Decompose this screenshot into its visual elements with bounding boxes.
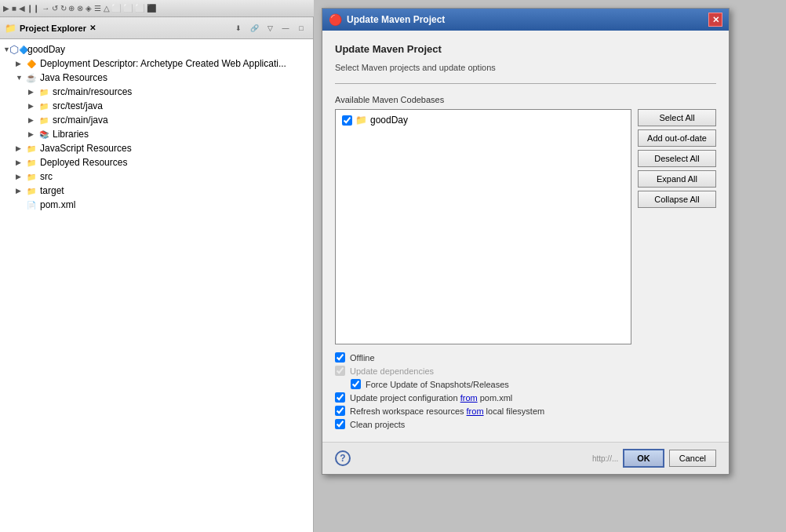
update-maven-dialog: 🔴 Update Maven Project ✕ Update Maven Pr… [322, 8, 730, 475]
option-update-deps: Update dependencies [335, 366, 716, 376]
refresh-workspace-label: Refresh workspace resources from local f… [350, 406, 544, 416]
maximize-btn[interactable]: □ [294, 21, 308, 35]
tree-item-libraries[interactable]: ▶ 📚 Libraries [3, 127, 310, 141]
option-clean-projects: Clean projects [335, 419, 716, 429]
src-main-java-arrow: ▶ [28, 116, 38, 124]
select-all-button[interactable]: Select All [638, 109, 716, 126]
src-arrow: ▶ [16, 173, 25, 180]
dialog-close-button[interactable]: ✕ [708, 13, 722, 27]
root-project-icon: 🔷 [13, 43, 25, 56]
js-resources-label: JavaScript Resources [40, 143, 132, 154]
src-main-res-label: src/main/resources [53, 86, 132, 97]
project-explorer-label: Project Explorer [20, 24, 86, 33]
clean-projects-label: Clean projects [350, 420, 405, 429]
tree-item-deployment[interactable]: ▶ 🔶 Deployment Descriptor: Archetype Cre… [3, 56, 310, 71]
project-tree: ▼ 🔷 goodDay ▶ 🔶 Deployment Descriptor: A… [0, 39, 313, 532]
offline-checkbox[interactable] [335, 352, 345, 363]
dialog-heading: Update Maven Project [335, 43, 716, 55]
explorer-title-area: 📁 Project Explorer ✕ [5, 23, 96, 34]
dialog-titlebar: 🔴 Update Maven Project ✕ [322, 9, 729, 31]
tree-item-pom[interactable]: ▶ 📄 pom.xml [3, 198, 310, 212]
src-main-res-arrow: ▶ [28, 88, 38, 96]
tree-item-src-test-java[interactable]: ▶ 📁 src/test/java [3, 99, 310, 113]
dialog-title-left: 🔴 Update Maven Project [329, 13, 445, 26]
minimize-btn[interactable]: — [278, 21, 293, 35]
codebase-content: 📁 goodDay Select All Add out-of-date Des… [335, 109, 716, 344]
options-section: Offline Update dependencies Force Update… [335, 352, 716, 429]
codebase-item-goodday[interactable]: 📁 goodDay [339, 113, 628, 127]
src-main-java-label: src/main/java [53, 115, 108, 126]
force-update-checkbox[interactable] [351, 379, 361, 389]
goodday-label: goodDay [370, 115, 408, 126]
src-test-label: src/test/java [53, 100, 103, 111]
view-menu-btn[interactable]: ▽ [263, 21, 277, 35]
collapse-all-button[interactable]: Collapse All [638, 191, 716, 208]
libraries-label: Libraries [53, 129, 89, 140]
goodday-checkbox[interactable] [342, 115, 352, 126]
deployed-icon: 📁 [25, 156, 38, 169]
ok-button[interactable]: OK [623, 449, 664, 468]
cancel-button[interactable]: Cancel [669, 450, 716, 467]
tree-item-java-resources[interactable]: ▼ ☕ Java Resources [3, 71, 310, 85]
goodday-folder-icon: 📁 [355, 115, 367, 126]
dialog-subtitle: Select Maven projects and update options [335, 63, 716, 72]
option-offline: Offline [335, 352, 716, 363]
deployed-arrow: ▶ [16, 159, 25, 166]
explorer-header: 📁 Project Explorer ✕ ⬇ 🔗 ▽ — □ [0, 17, 313, 39]
src-main-java-icon: 📁 [38, 114, 50, 126]
js-resources-icon: 📁 [25, 142, 38, 155]
src-label: src [40, 171, 53, 182]
dialog-footer: ? http://... OK Cancel [322, 442, 729, 474]
project-explorer-icon: 📁 [5, 23, 16, 34]
footer-left: ? [335, 450, 351, 466]
js-resources-arrow: ▶ [16, 144, 25, 152]
clean-projects-checkbox[interactable] [335, 419, 345, 429]
link-editor-btn[interactable]: 🔗 [247, 21, 261, 35]
java-resources-label: Java Resources [40, 72, 107, 83]
watermark-text: http://... [592, 454, 618, 463]
dialog-title-text: Update Maven Project [347, 14, 445, 25]
deployment-arrow: ▶ [16, 60, 25, 67]
tree-item-js-resources[interactable]: ▶ 📁 JavaScript Resources [3, 141, 310, 155]
dialog-body: Update Maven Project Select Maven projec… [322, 31, 729, 442]
collapse-all-btn[interactable]: ⬇ [231, 21, 246, 35]
offline-label: Offline [350, 353, 375, 363]
update-config-checkbox[interactable] [335, 392, 345, 403]
tree-item-target[interactable]: ▶ 📁 target [3, 184, 310, 198]
dialog-maven-icon: 🔴 [329, 13, 342, 26]
add-out-of-date-button[interactable]: Add out-of-date [638, 129, 716, 147]
deployment-label: Deployment Descriptor: Archetype Created… [40, 58, 286, 69]
update-config-label: Update project configuration from pom.xm… [350, 393, 512, 403]
force-update-label: Force Update of Snapshots/Releases [366, 380, 509, 389]
expand-all-button[interactable]: Expand All [638, 170, 716, 188]
libraries-arrow: ▶ [28, 130, 38, 138]
target-label: target [40, 185, 64, 196]
refresh-workspace-checkbox[interactable] [335, 406, 345, 416]
target-icon: 📁 [25, 184, 38, 197]
eclipse-toolbar: ▶ ■ ◀ ❙❙ → ↺ ↻ ⊕ ⊗ ◈ ☰ △ ⬜ ⬜ ⬜ ⬛ [0, 0, 314, 17]
tree-item-deployed-resources[interactable]: ▶ 📁 Deployed Resources [3, 155, 310, 169]
codebase-list: 📁 goodDay [335, 109, 631, 344]
root-label: goodDay [27, 44, 65, 55]
footer-right: http://... OK Cancel [592, 449, 716, 468]
codebase-buttons: Select All Add out-of-date Deselect All … [638, 109, 716, 208]
option-refresh-workspace: Refresh workspace resources from local f… [335, 406, 716, 416]
target-arrow: ▶ [16, 187, 25, 195]
tree-item-src[interactable]: ▶ 📁 src [3, 169, 310, 184]
tree-item-root[interactable]: ▼ 🔷 goodDay [3, 42, 310, 56]
java-resources-icon: ☕ [25, 71, 38, 84]
java-resources-arrow: ▼ [16, 74, 25, 82]
deployment-icon: 🔶 [25, 57, 38, 70]
help-icon[interactable]: ? [335, 450, 351, 466]
codebase-label: Available Maven Codebases [335, 95, 716, 104]
tree-item-src-main-resources[interactable]: ▶ 📁 src/main/resources [3, 85, 310, 99]
option-force-update: Force Update of Snapshots/Releases [351, 379, 716, 389]
tree-item-src-main-java[interactable]: ▶ 📁 src/main/java [3, 113, 310, 127]
libraries-icon: 📚 [38, 128, 50, 140]
deselect-all-button[interactable]: Deselect All [638, 150, 716, 167]
explorer-close-icon[interactable]: ✕ [89, 24, 96, 32]
explorer-toolbar: ⬇ 🔗 ▽ — □ [231, 21, 308, 35]
codebase-section: Available Maven Codebases 📁 goodDay Sele… [335, 95, 716, 344]
update-deps-checkbox[interactable] [335, 366, 345, 376]
option-update-config: Update project configuration from pom.xm… [335, 392, 716, 403]
